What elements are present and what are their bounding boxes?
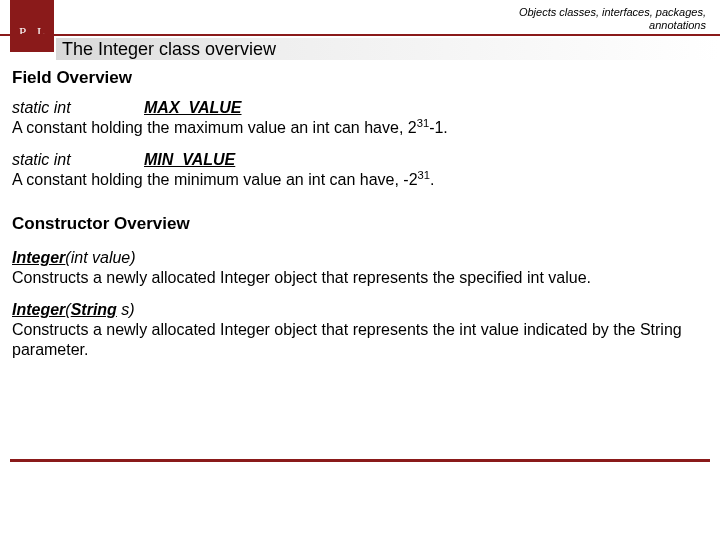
constructor-link[interactable]: Integer <box>12 301 65 318</box>
header-rule <box>0 34 720 36</box>
fields-heading: Field Overview <box>12 68 708 88</box>
constructor-entry: Integer(String s) Constructs a newly all… <box>12 300 708 360</box>
field-description: A constant holding the maximum value an … <box>12 118 708 138</box>
desc-text: A constant holding the minimum value an … <box>12 171 418 188</box>
field-name: MIN_VALUE <box>144 150 235 170</box>
content-area: Field Overview static int MAX_VALUE A co… <box>0 56 720 360</box>
topic-caption: Objects classes, interfaces, packages, a… <box>519 6 706 31</box>
field-type: static int <box>12 98 144 118</box>
constructors-heading: Constructor Overview <box>12 214 708 234</box>
constructor-signature: Integer(String s) <box>12 300 708 320</box>
desc-text-post: . <box>430 171 434 188</box>
field-signature: static int MAX_VALUE <box>12 98 708 118</box>
field-description: A constant holding the minimum value an … <box>12 170 708 190</box>
page-title: The Integer class overview <box>56 38 720 60</box>
constructor-link[interactable]: Integer <box>12 249 65 266</box>
field-entry: static int MIN_VALUE A constant holding … <box>12 150 708 190</box>
field-signature: static int MIN_VALUE <box>12 150 708 170</box>
logo-letters: P L <box>10 24 54 40</box>
constructor-entry: Integer(int value) Constructs a newly al… <box>12 248 708 288</box>
exponent: 31 <box>418 169 430 181</box>
desc-text-post: -1. <box>429 119 448 136</box>
constructor-params: (int value) <box>65 249 135 266</box>
topic-line-1: Objects classes, interfaces, packages, <box>519 6 706 18</box>
footer-rule <box>10 459 710 462</box>
desc-text: A constant holding the maximum value an … <box>12 119 417 136</box>
topic-line-2: annotations <box>649 19 706 31</box>
exponent: 31 <box>417 117 429 129</box>
university-logo: P L <box>10 0 54 52</box>
constructor-description: Constructs a newly allocated Integer obj… <box>12 268 708 288</box>
field-type: static int <box>12 150 144 170</box>
param-rest: s) <box>117 301 135 318</box>
constructor-signature: Integer(int value) <box>12 248 708 268</box>
field-name: MAX_VALUE <box>144 98 242 118</box>
field-entry: static int MAX_VALUE A constant holding … <box>12 98 708 138</box>
constructor-description: Constructs a newly allocated Integer obj… <box>12 320 708 360</box>
param-type-link[interactable]: String <box>71 301 117 318</box>
slide-header: P L Objects classes, interfaces, package… <box>0 0 720 56</box>
